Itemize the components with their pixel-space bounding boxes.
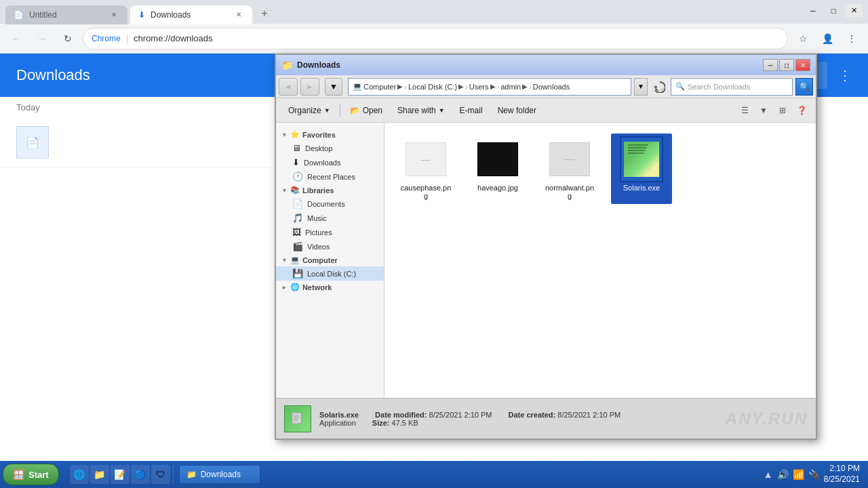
- account-icon[interactable]: 👤: [816, 28, 838, 49]
- chrome-menu-icon[interactable]: ⋮: [841, 28, 863, 49]
- view-controls: ☰ ▼ ⊞ ❓: [736, 102, 810, 119]
- file-item-solaris[interactable]: Solaris.exe: [611, 134, 672, 204]
- breadcrumb-users: Users: [469, 83, 489, 91]
- tab-favicon-downloads: ⬇: [138, 10, 145, 20]
- explorer-back-button[interactable]: ◄: [279, 78, 298, 96]
- start-orb-icon: 🪟: [13, 469, 24, 480]
- libraries-label: Libraries: [302, 186, 334, 195]
- breadcrumb-computer-dropdown[interactable]: ▶: [397, 83, 403, 90]
- view-list-button[interactable]: ☰: [736, 102, 753, 119]
- chrome-window-controls: ─ □ ✕: [804, 4, 863, 18]
- file-item-haveago[interactable]: haveago.jpg: [467, 134, 528, 204]
- view-details-button[interactable]: ⊞: [774, 102, 791, 119]
- haveago-icon-container: [476, 138, 519, 181]
- status-filename: Solaris.exe: [319, 411, 359, 419]
- explorer-minimize-button[interactable]: ─: [763, 59, 778, 71]
- status-icon-inner: [287, 408, 309, 430]
- sidebar-item-downloads[interactable]: ⬇ Downloads: [276, 155, 384, 169]
- bookmark-icon[interactable]: ☆: [792, 28, 814, 49]
- chrome-minimize-button[interactable]: ─: [804, 4, 822, 18]
- open-button[interactable]: 📂 Open: [343, 101, 389, 120]
- network-label: Network: [302, 283, 332, 291]
- status-info: Solaris.exe Date modified: 8/25/2021 2:1…: [319, 411, 717, 427]
- chrome-maximize-button[interactable]: □: [825, 4, 842, 18]
- breadcrumb-localdisk-dropdown[interactable]: ▶: [458, 83, 464, 90]
- reload-button[interactable]: ↻: [57, 28, 79, 49]
- status-exe-icon: [291, 412, 304, 426]
- normalwant-filename: normalwant.png: [543, 184, 596, 200]
- share-with-button[interactable]: Share with ▼: [391, 101, 452, 120]
- organize-button[interactable]: Organize ▼: [281, 101, 337, 120]
- causephase-icon-container: [404, 138, 448, 181]
- explorer-close-button[interactable]: ✕: [795, 59, 810, 71]
- breadcrumb-admin-dropdown[interactable]: ▶: [522, 83, 528, 90]
- quicklaunch-notepad[interactable]: 📝: [111, 465, 130, 484]
- quicklaunch-chrome[interactable]: 🔵: [131, 465, 150, 484]
- status-file-icon: [284, 405, 311, 432]
- chrome-toolbar: ← → ↻ Chrome | chrome://downloads ☆ 👤 ⋮: [0, 24, 868, 54]
- sidebar-item-music[interactable]: 🎵 Music: [276, 211, 384, 225]
- downloads-page: Downloads 🔍 Search downloads ⋮ Today 📄 📁…: [0, 54, 868, 488]
- explorer-forward-button[interactable]: ►: [300, 78, 319, 96]
- taskbar-clock[interactable]: 2:10 PM 8/25/2021: [824, 464, 860, 485]
- downloads-menu-button[interactable]: ⋮: [838, 67, 852, 83]
- back-button[interactable]: ←: [5, 28, 27, 49]
- system-tray-power-icon[interactable]: 🔌: [808, 469, 820, 480]
- explorer-statusbar: Solaris.exe Date modified: 8/25/2021 2:1…: [276, 398, 816, 439]
- breadcrumb-users-dropdown[interactable]: ▶: [490, 83, 496, 90]
- downloads-sidebar-icon: ⬇: [292, 157, 300, 167]
- download-thumbnail: 📄: [16, 126, 49, 159]
- quicklaunch-security[interactable]: 🛡: [151, 465, 170, 484]
- forward-button[interactable]: →: [31, 28, 53, 49]
- system-tray-network-icon[interactable]: 📶: [793, 469, 804, 480]
- sidebar-item-pictures[interactable]: 🖼 Pictures: [276, 225, 384, 239]
- sidebar-libraries-header[interactable]: ▼ 📚 Libraries: [276, 184, 384, 197]
- explorer-recent-button[interactable]: ▼: [325, 78, 342, 96]
- quicklaunch-explorer[interactable]: 📁: [90, 465, 109, 484]
- sidebar-item-localdisk[interactable]: 💾 Local Disk (C:): [276, 266, 384, 281]
- new-folder-button[interactable]: New folder: [491, 101, 543, 120]
- file-item-normalwant[interactable]: normalwant.png: [539, 134, 600, 204]
- sidebar-item-videos[interactable]: 🎬 Videos: [276, 239, 384, 253]
- sidebar-network-header[interactable]: ► 🌐 Network: [276, 281, 384, 293]
- explorer-file-area: causephase.png haveago.jpg normalwant.pn…: [384, 123, 816, 398]
- tab-untitled[interactable]: 📄 Untitled ✕: [5, 5, 127, 24]
- refresh-button[interactable]: [650, 78, 668, 96]
- explorer-titlebar: 📁 Downloads ─ □ ✕: [276, 55, 816, 75]
- tab-close-downloads[interactable]: ✕: [233, 9, 244, 20]
- sidebar-item-recentplaces[interactable]: 🕐 Recent Places: [276, 169, 384, 184]
- breadcrumb-end-dropdown[interactable]: ▼: [634, 78, 648, 96]
- help-button[interactable]: ❓: [793, 102, 810, 119]
- haveago-filename: haveago.jpg: [477, 184, 518, 192]
- explorer-maximize-button[interactable]: □: [779, 59, 794, 71]
- start-button[interactable]: 🪟 Start: [3, 464, 59, 485]
- explorer-search-bar[interactable]: 🔍 Search Downloads: [671, 78, 793, 96]
- sidebar-favorites-header[interactable]: ▼ ⭐ Favorites: [276, 128, 384, 141]
- breadcrumb-localdisk: Local Disk (C:): [408, 83, 457, 91]
- quicklaunch-ie[interactable]: 🌐: [70, 465, 89, 484]
- download-item[interactable]: 📄: [0, 118, 271, 167]
- breadcrumb-downloads: Downloads: [533, 83, 570, 91]
- system-tray-icon-1[interactable]: ▲: [764, 469, 773, 480]
- explorer-search-icon: 🔍: [675, 82, 685, 91]
- sidebar-computer-header[interactable]: ▼ 💻 Computer: [276, 253, 384, 266]
- taskbar-window-icon: 📁: [186, 470, 197, 479]
- tab-close-untitled[interactable]: ✕: [108, 9, 119, 20]
- sidebar-item-documents[interactable]: 📄 Documents: [276, 197, 384, 211]
- tab-downloads[interactable]: ⬇ Downloads ✕: [130, 5, 252, 24]
- view-dropdown-button[interactable]: ▼: [755, 102, 772, 119]
- taskbar-date: 8/25/2021: [824, 474, 860, 485]
- videos-label: Videos: [307, 243, 330, 251]
- new-tab-button[interactable]: +: [255, 4, 274, 23]
- email-button[interactable]: E-mail: [453, 101, 490, 120]
- sidebar-item-desktop[interactable]: 🖥 Desktop: [276, 141, 384, 155]
- system-tray-volume-icon[interactable]: 🔊: [777, 469, 789, 480]
- desktop-icon: 🖥: [292, 143, 301, 153]
- taskbar-window-downloads[interactable]: 📁 Downloads: [179, 465, 260, 484]
- breadcrumb-admin: admin: [500, 83, 521, 91]
- breadcrumb-bar[interactable]: 💻 Computer ▶ › Local Disk (C:) ▶ › Users…: [348, 78, 631, 96]
- explorer-search-button[interactable]: 🔍: [795, 78, 813, 96]
- address-bar[interactable]: Chrome | chrome://downloads: [83, 28, 788, 49]
- chrome-close-button[interactable]: ✕: [845, 4, 863, 18]
- file-item-causephase[interactable]: causephase.png: [395, 134, 456, 204]
